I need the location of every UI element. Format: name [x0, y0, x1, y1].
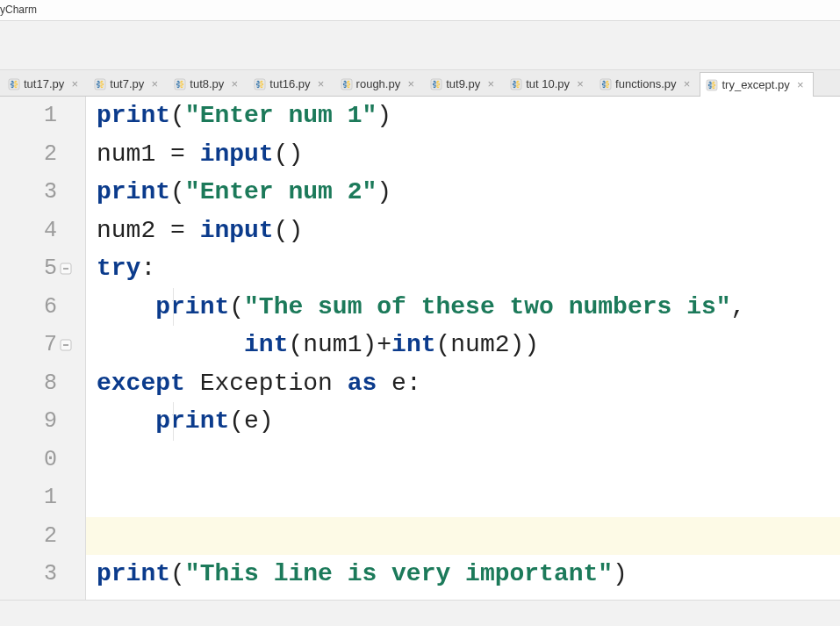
tab-functions-py[interactable]: functions.py×: [593, 71, 700, 96]
python-file-icon: [8, 78, 20, 90]
tab-label: tut 10.py: [526, 77, 570, 90]
line-number[interactable]: 2: [0, 135, 57, 174]
tab-tut16-py[interactable]: tut16.py×: [248, 71, 334, 96]
line-number[interactable]: 7: [0, 326, 57, 364]
close-icon[interactable]: ×: [575, 79, 585, 90]
python-file-icon: [341, 78, 353, 90]
gutter: 1234567890123: [0, 97, 86, 600]
line-number[interactable]: 8: [0, 364, 57, 403]
title-bar: yCharm: [0, 0, 840, 21]
code-line[interactable]: [86, 517, 840, 556]
editor-tabs-bar: tut17.py×tut7.py×tut8.py×tut16.py×rough.…: [0, 70, 840, 97]
status-bar-area: [0, 600, 840, 626]
line-number[interactable]: 9: [0, 402, 57, 441]
line-number[interactable]: 3: [0, 173, 57, 212]
tab-rough-py[interactable]: rough.py×: [334, 71, 425, 96]
close-icon[interactable]: ×: [316, 79, 327, 90]
tab-tut-10-py[interactable]: tut 10.py×: [504, 71, 593, 96]
python-file-icon: [174, 78, 186, 90]
close-icon[interactable]: ×: [406, 79, 416, 90]
fold-toggle-icon[interactable]: [59, 262, 73, 276]
tab-label: tut9.py: [446, 77, 480, 90]
tab-label: functions.py: [615, 77, 676, 90]
close-icon[interactable]: ×: [229, 79, 240, 90]
code-line[interactable]: print("Enter num 1"): [86, 97, 840, 135]
tab-tut8-py[interactable]: tut8.py×: [168, 71, 248, 96]
code-line[interactable]: try:: [86, 249, 840, 288]
line-number[interactable]: 0: [0, 441, 57, 479]
toolbar-area: [0, 21, 840, 70]
code-line[interactable]: print("This line is very important"): [86, 555, 840, 594]
code-line[interactable]: [86, 441, 840, 479]
app-title: yCharm: [0, 4, 37, 16]
line-number[interactable]: 2: [0, 517, 57, 556]
close-icon[interactable]: ×: [149, 79, 160, 90]
close-icon[interactable]: ×: [795, 80, 806, 90]
line-number[interactable]: 4: [0, 212, 57, 250]
code-area[interactable]: print("Enter num 1")num1 = input()print(…: [86, 97, 840, 600]
line-number[interactable]: 1: [0, 478, 57, 517]
tab-try-except-py[interactable]: try_except.py×: [700, 72, 813, 97]
tab-tut7-py[interactable]: tut7.py×: [88, 71, 168, 96]
code-line[interactable]: print("Enter num 2"): [86, 173, 840, 212]
close-icon[interactable]: ×: [485, 79, 496, 90]
code-line[interactable]: [86, 478, 840, 517]
tab-label: tut17.py: [24, 77, 64, 90]
close-icon[interactable]: ×: [69, 79, 80, 90]
code-line[interactable]: print(e): [86, 402, 840, 441]
line-number[interactable]: 3: [0, 555, 57, 594]
line-number[interactable]: 1: [0, 97, 57, 135]
python-file-icon: [706, 79, 718, 91]
tab-label: tut8.py: [190, 77, 224, 90]
tab-label: rough.py: [356, 77, 401, 90]
code-line[interactable]: num2 = input(): [86, 212, 840, 250]
tab-tut9-py[interactable]: tut9.py×: [424, 71, 504, 96]
tab-label: tut16.py: [269, 77, 310, 90]
code-line[interactable]: num1 = input(): [86, 135, 840, 174]
python-file-icon: [254, 78, 266, 90]
tab-tut17-py[interactable]: tut17.py×: [2, 71, 88, 96]
editor-area[interactable]: 1234567890123 print("Enter num 1")num1 =…: [0, 97, 840, 600]
python-file-icon: [510, 78, 522, 90]
line-number[interactable]: 6: [0, 288, 57, 327]
fold-toggle-icon[interactable]: [59, 338, 73, 352]
code-line[interactable]: print("The sum of these two numbers is",: [86, 288, 840, 327]
python-file-icon: [430, 78, 442, 90]
tab-label: tut7.py: [110, 77, 144, 90]
close-icon[interactable]: ×: [681, 79, 692, 90]
tab-label: try_except.py: [722, 78, 789, 91]
code-line[interactable]: except Exception as e:: [86, 364, 840, 403]
python-file-icon: [94, 78, 106, 90]
line-number[interactable]: 5: [0, 249, 57, 288]
python-file-icon: [599, 78, 612, 90]
code-line[interactable]: int(num1)+int(num2)): [86, 326, 840, 364]
